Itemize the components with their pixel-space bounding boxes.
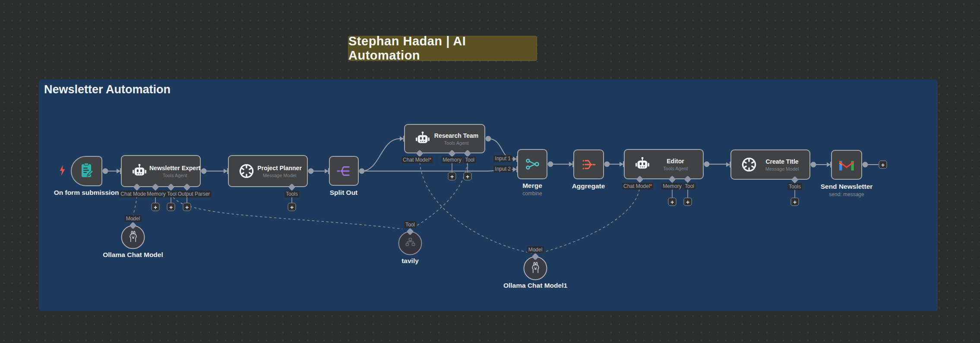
node-merge[interactable] <box>517 149 547 179</box>
port-label-model: Model <box>527 246 544 253</box>
node-editor[interactable]: Editor Tools Agent <box>624 149 704 179</box>
form-icon <box>77 162 97 180</box>
node-label-tavily: tavily <box>401 257 419 265</box>
node-newsletter-expert[interactable]: Newsletter Expert Tools Agent <box>121 155 201 187</box>
port-label-tool: Tool <box>404 221 416 228</box>
port-label-chat-model: Chat Model* <box>622 183 653 190</box>
ollama-icon <box>528 260 543 276</box>
node-title: Editor <box>667 158 684 165</box>
sticky-note-banner[interactable]: Stephan Hadan | AI Automation <box>348 36 537 61</box>
add-memory-button[interactable]: + <box>448 172 456 181</box>
add-next-node-button[interactable]: + <box>879 161 887 169</box>
node-subtitle: Message Model <box>263 173 297 178</box>
port-label-tools: Tools <box>787 183 802 190</box>
node-label-ollama-chat-model: Ollama Chat Model <box>103 251 163 259</box>
tavily-sitemap-icon <box>403 235 417 251</box>
add-output-parser-button[interactable]: + <box>183 203 191 211</box>
node-project-planner[interactable]: Project Planner Message Model <box>228 155 308 187</box>
add-tool-button[interactable]: + <box>288 203 296 211</box>
port-label-output-parser: Output Parser <box>177 191 212 197</box>
workflow-group-title: Newsletter Automation <box>44 83 171 96</box>
node-aggregate[interactable] <box>573 149 604 179</box>
port-label-tool: Tool <box>683 183 695 190</box>
node-subtitle: Tools Agent <box>444 140 469 146</box>
node-on-form-submission[interactable] <box>71 156 102 186</box>
add-memory-button[interactable]: + <box>668 198 677 206</box>
node-subtitle: Tools Agent <box>663 166 688 171</box>
node-label-send-newsletter: Send Newsletter <box>821 183 873 191</box>
node-label-split-out: Split Out <box>330 189 358 197</box>
port-label-memory: Memory <box>661 183 683 190</box>
add-memory-button[interactable]: + <box>152 203 160 211</box>
add-tool-button[interactable]: + <box>684 198 692 206</box>
node-title: Create TItle <box>765 158 798 165</box>
node-title: Newsletter Expert <box>149 165 200 172</box>
openai-icon <box>739 157 759 172</box>
port-label-tool: Tool <box>464 156 476 163</box>
node-sublabel-send-newsletter: send: message <box>829 191 864 197</box>
ollama-icon <box>126 229 140 245</box>
port-label-model: Model <box>125 215 142 222</box>
node-label-ollama-chat-model1: Ollama Chat Model1 <box>503 282 567 289</box>
split-out-icon <box>334 163 354 179</box>
port-label-tools: Tools <box>285 191 299 197</box>
port-label-memory: Memory <box>145 191 167 197</box>
node-label-aggregate: Aggregate <box>572 182 605 190</box>
merge-input1-label: Input 1 <box>493 155 512 162</box>
openai-icon <box>237 163 256 179</box>
port-label-chat-model: Chat Model <box>119 191 148 197</box>
lightning-trigger-icon <box>59 165 66 176</box>
node-sublabel-merge: combine <box>522 191 542 197</box>
gmail-icon <box>837 158 857 172</box>
add-tool-button[interactable]: + <box>791 198 799 206</box>
node-subtitle: Message Model <box>765 166 799 172</box>
node-send-newsletter[interactable] <box>831 150 862 180</box>
robot-icon <box>632 156 652 172</box>
add-tool-button[interactable]: + <box>464 172 472 181</box>
port-label-memory: Memory <box>441 156 462 163</box>
node-label-on-form-submission: On form submission <box>54 189 119 197</box>
banner-title: Stephan Hadan | AI Automation <box>348 34 537 63</box>
robot-icon <box>413 130 433 147</box>
merge-input2-label: Input 2 <box>493 165 512 172</box>
merge-icon <box>522 156 542 172</box>
node-label-merge: Merge <box>522 182 542 190</box>
add-tool-button[interactable]: + <box>167 203 175 211</box>
node-title: Research Team <box>434 132 478 139</box>
aggregate-icon <box>579 157 599 172</box>
port-label-chat-model: Chat Model* <box>401 156 433 163</box>
node-title: Project Planner <box>257 165 302 172</box>
robot-icon <box>130 163 149 179</box>
node-split-out[interactable] <box>329 156 359 186</box>
node-create-title[interactable]: Create TItle Message Model <box>730 149 810 180</box>
node-subtitle: Tools Agent <box>163 173 187 178</box>
node-research-team[interactable]: Research Team Tools Agent <box>404 124 485 153</box>
